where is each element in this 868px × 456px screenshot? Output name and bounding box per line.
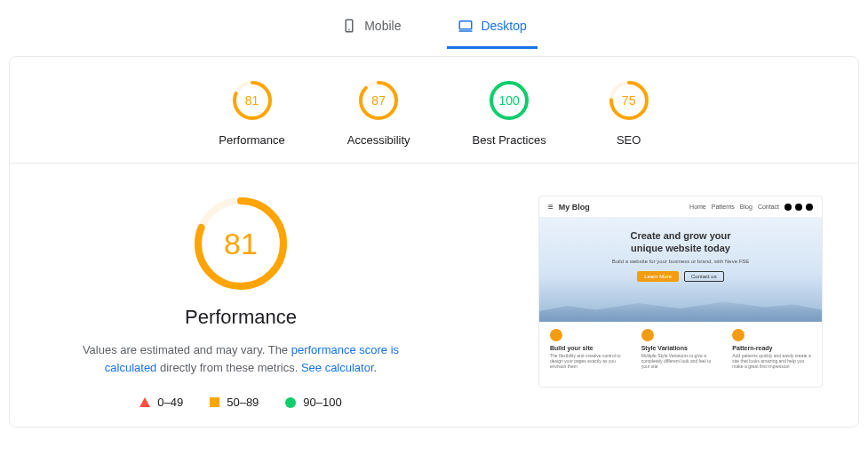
performance-title: Performance bbox=[185, 306, 297, 329]
circle-icon bbox=[285, 397, 296, 408]
social-icons bbox=[784, 204, 813, 211]
preview-feature: Build your siteThe flexibility and creat… bbox=[550, 329, 629, 369]
performance-panel: 81 Performance Values are estimated and … bbox=[45, 196, 436, 409]
tab-desktop-label: Desktop bbox=[481, 19, 526, 33]
legend-average: 50–89 bbox=[210, 396, 259, 409]
triangle-icon bbox=[139, 397, 150, 407]
performance-gauge-large: 81 bbox=[193, 196, 289, 292]
preview-feature: Style VariationsMultiple Style Variation… bbox=[641, 329, 721, 369]
feature-icon bbox=[732, 329, 745, 341]
score-legend: 0–49 50–89 90–100 bbox=[139, 396, 341, 409]
preview-feature: Pattern-readyAdd patterns quickly and ea… bbox=[732, 329, 811, 369]
gauge-row: 81 Performance 87 Accessibility 100 Best… bbox=[10, 75, 858, 164]
preview-frame: ≡My Blog HomePatternsBlogContact Create … bbox=[538, 196, 823, 388]
mobile-icon bbox=[341, 18, 357, 34]
gauge-label: Best Practices bbox=[473, 133, 546, 147]
gauge-value: 100 bbox=[489, 80, 530, 121]
gauge-label: SEO bbox=[617, 133, 641, 147]
preview-header: ≡My Blog HomePatternsBlogContact bbox=[539, 196, 822, 217]
gauge-ring: 75 bbox=[609, 80, 649, 121]
gauge-performance[interactable]: 81 Performance bbox=[219, 80, 284, 147]
gauge-label: Performance bbox=[219, 133, 284, 147]
desktop-icon bbox=[458, 18, 474, 34]
report-card: 81 Performance 87 Accessibility 100 Best… bbox=[9, 56, 859, 428]
device-tabs: Mobile Desktop bbox=[0, 0, 868, 49]
detail-section: 81 Performance Values are estimated and … bbox=[10, 164, 858, 427]
see-calculator-link[interactable]: See calculator bbox=[301, 361, 374, 374]
preview-nav: HomePatternsBlogContact bbox=[689, 204, 813, 211]
gauge-label: Accessibility bbox=[347, 133, 410, 147]
svg-rect-2 bbox=[460, 21, 473, 29]
gauge-ring: 100 bbox=[489, 80, 530, 121]
performance-score-value: 81 bbox=[193, 196, 289, 292]
screenshot-preview: ≡My Blog HomePatternsBlogContact Create … bbox=[463, 196, 823, 409]
gauge-ring: 87 bbox=[358, 80, 399, 121]
tab-mobile-label: Mobile bbox=[364, 19, 401, 33]
preview-features: Build your siteThe flexibility and creat… bbox=[539, 322, 822, 376]
tab-mobile[interactable]: Mobile bbox=[330, 11, 411, 49]
gauge-value: 75 bbox=[609, 80, 649, 121]
legend-pass: 90–100 bbox=[285, 396, 341, 409]
legend-fail: 0–49 bbox=[139, 396, 183, 409]
tab-desktop[interactable]: Desktop bbox=[447, 11, 537, 49]
gauge-accessibility[interactable]: 87 Accessibility bbox=[347, 80, 410, 147]
gauge-value: 87 bbox=[358, 80, 399, 121]
gauge-ring: 81 bbox=[232, 80, 273, 121]
gauge-seo[interactable]: 75 SEO bbox=[609, 80, 649, 147]
mountain-icon bbox=[539, 295, 822, 322]
square-icon bbox=[210, 397, 219, 407]
feature-icon bbox=[641, 329, 654, 341]
gauge-value: 81 bbox=[232, 80, 273, 121]
performance-description: Values are estimated and may vary. The p… bbox=[63, 341, 418, 376]
gauge-best practices[interactable]: 100 Best Practices bbox=[473, 80, 546, 147]
preview-hero: Create and grow yourunique website today… bbox=[539, 217, 822, 322]
feature-icon bbox=[550, 329, 562, 341]
